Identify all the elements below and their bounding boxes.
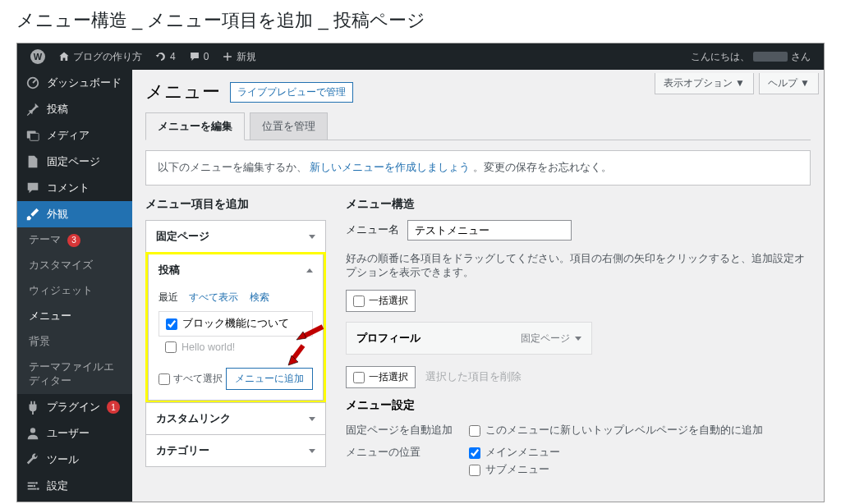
post-item-hello-world[interactable]: Hello world! <box>159 338 313 356</box>
accordion-categories-label: カテゴリー <box>156 443 209 458</box>
setting-locations: メニューの位置 メインメニュー サブメニュー <box>346 442 811 481</box>
menu-structure-heading: メニュー構造 <box>346 197 811 212</box>
help-toggle[interactable]: ヘルプ ▼ <box>759 73 819 94</box>
location-sub[interactable]: サブメニュー <box>469 463 560 477</box>
screen-options-toggle[interactable]: 表示オプション ▼ <box>655 73 754 94</box>
svg-point-6 <box>37 488 39 490</box>
plugin-icon <box>25 400 40 415</box>
admin-sidebar: ダッシュボード 投稿 メディア 固定ページ コメント <box>17 70 132 502</box>
remove-selected-link[interactable]: 選択した項目を削除 <box>425 370 522 384</box>
accordion-posts-header[interactable]: 投稿 <box>149 254 323 286</box>
themes-update-badge: 3 <box>67 234 80 247</box>
menu-name-label: メニュー名 <box>346 223 399 237</box>
auto-add-label: 固定ページを自動追加 <box>346 424 453 438</box>
bulk-select-checkbox[interactable] <box>353 372 365 383</box>
sidebar-collapse[interactable]: メニューを閉じる <box>17 499 132 502</box>
select-all-posts[interactable]: すべて選択 <box>159 372 223 386</box>
wp-logo[interactable]: W <box>24 44 52 70</box>
screen-options-bar: 表示オプション ▼ ヘルプ ▼ <box>655 73 819 94</box>
sidebar-sub-background[interactable]: 背景 <box>17 329 132 355</box>
bulk-select-label: 一括選択 <box>369 294 408 308</box>
page-icon <box>25 154 40 169</box>
drag-hint: 好みの順番に各項目をドラッグしてください。項目の右側の矢印をクリックすると、追加… <box>346 252 811 280</box>
post-checkbox[interactable] <box>166 318 177 330</box>
sidebar-sub-widgets[interactable]: ウィジェット <box>17 278 132 304</box>
toolbar-updates[interactable]: 4 <box>149 44 182 70</box>
admin-toolbar: W ブログの作り方 4 0 新規 こんにちは、 さん <box>17 44 824 70</box>
accordion-pages-label: 固定ページ <box>156 229 209 244</box>
sidebar-appearance[interactable]: 外観 <box>17 201 132 227</box>
location-sub-checkbox[interactable] <box>469 465 480 476</box>
bulk-select-checkbox[interactable] <box>353 296 365 307</box>
sidebar-dashboard[interactable]: ダッシュボード <box>17 70 132 96</box>
bulk-select-bottom[interactable]: 一括選択 <box>346 366 416 388</box>
comment-icon <box>189 51 200 62</box>
select-all-checkbox[interactable] <box>159 373 170 385</box>
howdy-prefix: こんにちは、 <box>691 50 750 64</box>
toolbar-account[interactable]: こんにちは、 さん <box>684 44 817 70</box>
sidebar-pages[interactable]: 固定ページ <box>17 149 132 175</box>
location-main[interactable]: メインメニュー <box>469 446 560 460</box>
sidebar-sub-theme-editor[interactable]: テーマファイルエディター <box>17 355 132 394</box>
sidebar-tools[interactable]: ツール <box>17 447 132 473</box>
accordion-categories[interactable]: カテゴリー <box>145 434 326 467</box>
post-checkbox[interactable] <box>165 341 177 353</box>
plugins-update-badge: 1 <box>107 401 120 414</box>
menu-item-profile[interactable]: プロフィール 固定ページ <box>346 322 592 355</box>
create-new-menu-link[interactable]: 新しいメニューを作成しましょう <box>310 162 470 173</box>
page-title: メニュー <box>145 80 220 104</box>
nav-tabs: メニューを編集 位置を管理 <box>145 112 811 140</box>
post-item-label: ブロック機能について <box>182 317 289 331</box>
toolbar-new[interactable]: 新規 <box>215 44 263 70</box>
svg-point-4 <box>35 482 38 484</box>
live-preview-button[interactable]: ライブプレビューで管理 <box>230 82 353 103</box>
pin-icon <box>25 102 40 117</box>
sidebar-media[interactable]: メディア <box>17 122 132 149</box>
notice-text-pre: 以下のメニューを編集するか、 <box>158 162 307 173</box>
svg-point-3 <box>30 428 35 433</box>
add-to-menu-button[interactable]: メニューに追加 <box>226 368 313 390</box>
chevron-up-icon <box>306 268 313 273</box>
accordion-pages[interactable]: 固定ページ <box>145 220 326 253</box>
main-content: 表示オプション ▼ ヘルプ ▼ メニュー ライブプレビューで管理 メニューを編集… <box>132 70 824 502</box>
notice-box: 以下のメニューを編集するか、 新しいメニューを作成しましょう 。変更の保存をお忘… <box>145 150 811 186</box>
accordion-custom-links[interactable]: カスタムリンク <box>145 402 326 435</box>
media-icon <box>25 128 40 143</box>
sidebar-posts[interactable]: 投稿 <box>17 96 132 122</box>
tab-manage-locations[interactable]: 位置を管理 <box>250 112 328 140</box>
auto-add-checkbox[interactable] <box>469 425 480 437</box>
sidebar-plugins[interactable]: プラグイン 1 <box>17 394 132 420</box>
highlight-annotation: 投稿 最近 すべて表示 検索 <box>145 252 326 403</box>
update-icon <box>155 51 167 62</box>
subtab-recent[interactable]: 最近 <box>159 291 178 303</box>
svg-point-5 <box>33 485 35 488</box>
sidebar-sub-customize[interactable]: カスタマイズ <box>17 253 132 278</box>
sidebar-users[interactable]: ユーザー <box>17 420 132 447</box>
location-main-checkbox[interactable] <box>469 447 480 459</box>
user-icon <box>25 426 40 441</box>
chevron-down-icon <box>575 337 581 341</box>
user-name-redacted <box>753 52 788 62</box>
brush-icon <box>25 207 40 222</box>
toolbar-site-name[interactable]: ブログの作り方 <box>52 44 149 70</box>
sidebar-sub-themes[interactable]: テーマ 3 <box>17 227 132 253</box>
tab-edit-menus[interactable]: メニューを編集 <box>145 112 245 140</box>
menu-item-title: プロフィール <box>356 331 420 346</box>
subtab-search[interactable]: 検索 <box>250 291 269 303</box>
subtab-all[interactable]: すべて表示 <box>189 291 238 303</box>
site-name-text: ブログの作り方 <box>73 50 142 64</box>
post-item-label: Hello world! <box>182 341 235 353</box>
auto-add-option[interactable]: このメニューに新しいトップレベルページを自動的に追加 <box>469 424 763 438</box>
howdy-suffix: さん <box>791 50 811 64</box>
sidebar-comments[interactable]: コメント <box>17 175 132 201</box>
toolbar-comments[interactable]: 0 <box>182 44 216 70</box>
menu-name-input[interactable] <box>407 220 572 241</box>
chevron-down-icon <box>309 449 315 453</box>
sidebar-settings[interactable]: 設定 <box>17 473 132 499</box>
bulk-select-top[interactable]: 一括選択 <box>346 290 416 312</box>
post-item-checked[interactable]: ブロック機能について <box>159 311 313 337</box>
sliders-icon <box>25 479 40 493</box>
accordion-posts-label: 投稿 <box>159 263 180 277</box>
sidebar-sub-menus[interactable]: メニュー <box>17 304 132 329</box>
new-label: 新規 <box>237 50 256 64</box>
